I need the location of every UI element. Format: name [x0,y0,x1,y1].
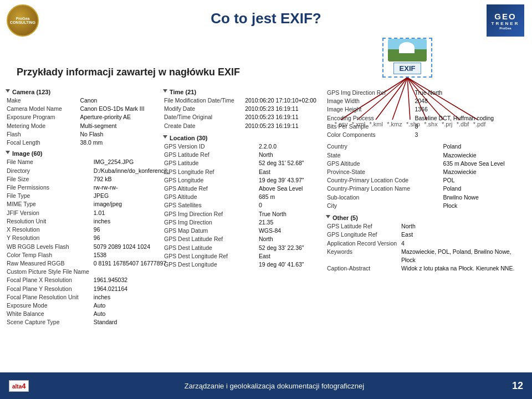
table-row: Custom Picture Style File Name [6,268,171,276]
table-row: Date/Time Original2010:05:23 16:19:11 [163,113,324,121]
table-row: Country-Primary Location NamePoland [326,185,526,193]
location-triangle [163,135,167,141]
row-label: MIME Type [6,200,93,208]
row-value: Above Sea Level [258,185,324,193]
row-value: 19 deg 40' 41.63" [258,260,324,269]
camera-triangle [6,89,10,95]
table-row: GPS Version ID2.2.0.0 [163,142,324,151]
row-label: GPS Longitude Ref [326,231,400,239]
row-label: State [326,151,442,160]
table-row: WB RGGB Levels Flash5079 2089 1024 1024 [6,243,171,251]
row-value: East [258,168,324,176]
row-label: Modify Date [163,105,244,113]
table-row: GPS Longitude19 deg 39' 43.97" [163,176,324,185]
row-label: Country [326,142,442,151]
image-triangle [6,151,10,156]
row-value: Mazowieckie, POL, Poland, Brwilno Nowe, … [400,248,526,264]
row-value: North [258,151,324,159]
other-section-header: Other (5) [326,214,526,221]
table-row: Color Components3 [326,131,526,139]
time-header-label: Time (21) [170,89,196,95]
row-label: Caption-Abstract [326,264,400,273]
table-row: Image Height1366 [326,105,526,114]
table-row: GPS Dest Latitude RefNorth [163,235,324,243]
row-value: inches [93,293,171,301]
table-row: File TypeJPEG [6,192,171,200]
row-value: Mazowieckie [442,168,526,176]
geotrener-logo: GEO TRENER ProGea [487,4,525,38]
row-label: File Size [6,175,93,183]
other-triangle [326,215,330,221]
table-row: GPS Img Direction21.35 [163,218,324,227]
table-row: GPS Img Direction RefTrue North [163,210,324,218]
row-value: Widok z lotu ptaka na Płock. Kierunek NN… [400,264,526,273]
row-value: North [258,235,324,243]
row-label: GPS Longitude [163,176,258,185]
row-label: GPS Longitude Ref [163,168,258,176]
table-row: GPS Altitude685 m [163,193,324,201]
table-row: Bits Per Sample8 [326,122,526,131]
row-label: Color Temp Flash [6,251,93,259]
table-row: Image Width2048 [326,97,526,105]
exif-label: EXIF [393,63,422,74]
table-row: Raw Measured RGGB0 8191 16785407 1677789… [6,259,171,268]
row-label: WB RGGB Levels Flash [6,243,93,251]
row-value: IMG_2254.JPG [93,158,171,166]
table-row: MakeCanon [6,96,161,105]
table-row: KeywordsMazowieckie, POL, Poland, Brwiln… [326,248,526,264]
other-header-label: Other (5) [332,214,358,221]
row-label: File Permissions [6,183,93,192]
row-value: 19 deg 39' 43.97" [258,176,324,185]
row-label: Image Width [326,97,413,105]
row-label: Focal Plane X Resolution [6,276,93,284]
table-row: Camera Model NameCanon EOS-1Ds Mark III [6,105,161,113]
table-row: MIME Typeimage/jpeg [6,200,171,208]
row-value: JPEG [93,192,171,200]
row-value: 2048 [413,97,526,105]
bottom-text: Zarządzanie i geolokalizacja dokumentacj… [185,382,364,390]
row-value: 2010:06:20 17:10:10+02:00 [244,96,324,105]
row-value: 2010:05:23 16:19:11 [244,113,324,121]
row-value: 52 deg 33' 22.36" [258,244,324,252]
row-value: WGS-84 [258,227,324,235]
row-label: Camera Model Name [6,105,79,113]
row-value: 2010:05:23 16:19:11 [244,122,324,130]
row-value: Canon EOS-1Ds Mark III [79,105,161,113]
geo-section: CountryPolandStateMazowieckieGPS Altitud… [326,142,526,210]
row-value: No Flash [79,130,161,139]
row-label: Keywords [326,248,400,264]
row-value: 1366 [413,105,526,114]
row-value: D:/Kuba/inne/do_konferencji_ [93,167,171,175]
table-row: File NameIMG_2254.JPG [6,158,171,166]
row-label: Country-Primary Location Code [326,176,442,185]
row-label: GPS Dest Longitude [163,260,258,269]
row-value: North [400,222,526,231]
row-value: 96 [93,226,171,234]
row-value: 2010:05:23 16:19:11 [244,105,324,113]
right-column: GPS Img Direction RefTrue NorthImage Wid… [326,89,526,371]
table-row: GPS Dest Longitude19 deg 40' 41.63" [163,260,324,269]
table-row: GPS Longitude RefEast [326,231,526,239]
table-row: Color Temp Flash1538 [6,251,171,259]
image-table: File NameIMG_2254.JPGDirectoryD:/Kuba/in… [6,158,171,326]
location-section-header: Location (30) [163,135,324,141]
row-value: 1.01 [93,209,171,217]
table-row: GPS Altitude635 m Above Sea Level [326,160,526,168]
table-row: FlashNo Flash [6,130,161,139]
table-row: GPS Dest Longitude RefEast [163,252,324,260]
table-row: GPS Altitude RefAbove Sea Level [163,185,324,193]
row-value: Auto [93,310,171,318]
bottom-bar: alta4 Zarządzanie i geolokalizacja dokum… [0,372,532,399]
geo-table: CountryPolandStateMazowieckieGPS Altitud… [326,142,526,210]
row-value: 792 kB [93,175,171,183]
table-row: GPS Dest Latitude52 deg 33' 22.36" [163,244,324,252]
row-label: Application Record Version [326,239,400,248]
row-value: East [258,252,324,260]
row-value: Aperture-priority AE [79,113,161,121]
row-value: Poland [442,142,526,151]
location-table: GPS Version ID2.2.0.0GPS Latitude RefNor… [163,142,324,269]
row-value: Canon [79,96,161,105]
time-section-header: Time (21) [163,89,324,95]
table-row: X Resolution96 [6,226,171,234]
row-value: East [400,231,526,239]
